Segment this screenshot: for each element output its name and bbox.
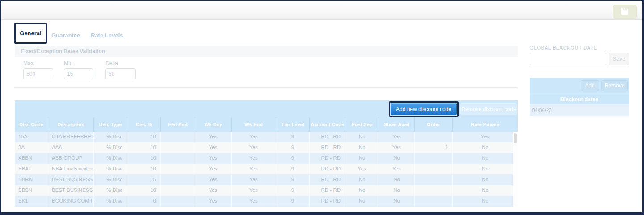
blackout-save-button[interactable]: Save — [609, 53, 629, 65]
table-row[interactable]: 3AAAA% Disc10YesYes9RD - RDNoYes1No — [15, 142, 518, 153]
column-header[interactable]: Disc % — [127, 117, 161, 132]
blackout-date-input[interactable] — [530, 53, 606, 65]
column-header[interactable]: Show Avail — [379, 117, 415, 132]
table-cell: No — [345, 185, 379, 196]
tab-general-label: General — [20, 30, 41, 37]
table-cell — [415, 153, 453, 164]
table-cell: No — [379, 174, 415, 185]
table-row[interactable]: BBRNBEST BUSINESS R...% Disc15YesYes9RD … — [15, 174, 518, 185]
table-cell: Yes — [453, 132, 518, 142]
validation-panel: Fixed/Exception Rates Validation Max Min… — [15, 46, 518, 88]
min-field: Min — [64, 60, 93, 79]
tab-general[interactable]: General — [14, 23, 47, 44]
max-label: Max — [23, 60, 53, 66]
column-header[interactable]: Order — [415, 117, 453, 132]
min-input[interactable] — [64, 68, 93, 79]
table-cell: NBA Finals visitors — [48, 164, 94, 174]
add-button-highlight: Add new discount code — [389, 101, 459, 117]
table-cell: % Disc — [94, 196, 127, 207]
table-cell: 9 — [276, 153, 310, 164]
column-header[interactable]: Rate Private — [453, 117, 518, 132]
table-cell: 10 — [127, 164, 161, 174]
table-cell — [415, 196, 453, 207]
table-cell: RD - RD — [310, 174, 345, 185]
table-cell — [161, 196, 195, 207]
table-cell: Yes — [232, 132, 276, 142]
table-cell: Yes — [379, 142, 415, 153]
table-cell: RD - RD — [310, 196, 345, 207]
table-cell: 10 — [127, 142, 161, 153]
column-header[interactable]: Disc Code — [15, 117, 48, 132]
table-cell — [415, 132, 453, 142]
table-row[interactable]: ABBNABB GROUP% Disc10YesYes9RD - RDNoNoN… — [15, 153, 518, 164]
table-cell: BOOKING COM RA... — [48, 196, 94, 207]
table-cell: Yes — [195, 174, 232, 185]
table-cell: No — [345, 142, 379, 153]
column-header[interactable]: Flat Amt — [161, 117, 195, 132]
table-cell: 0 — [127, 196, 161, 207]
table-cell: % Disc — [94, 185, 127, 196]
blackout-remove-button[interactable]: Remove — [601, 80, 628, 91]
table-cell: RD - RD — [310, 185, 345, 196]
table-cell: No — [453, 196, 518, 207]
discount-toolbar: Add new discount code Remove discount co… — [15, 100, 518, 118]
table-cell — [415, 174, 453, 185]
table-cell: OTA PREFERRED P... — [48, 132, 94, 142]
max-field: Max — [23, 60, 53, 79]
blackout-add-button[interactable]: Add — [581, 80, 599, 91]
table-row[interactable]: BBALNBA Finals visitors% Disc10YesYes9RD… — [15, 164, 518, 174]
column-header[interactable]: Account Code — [310, 117, 345, 132]
scrollbar-thumb[interactable] — [514, 133, 517, 143]
column-header[interactable]: Wk Day — [195, 117, 232, 132]
table-cell: No — [345, 132, 379, 142]
table-cell: Yes — [232, 142, 276, 153]
save-button[interactable] — [613, 5, 637, 19]
min-label: Min — [64, 60, 93, 66]
table-row[interactable]: 15AOTA PREFERRED P...% Disc10YesYes9RD -… — [15, 132, 518, 142]
table-row[interactable]: BK1BOOKING COM RA...% Disc0YesYes9RD - R… — [15, 196, 518, 207]
column-header[interactable]: Post Sep — [345, 117, 379, 132]
table-cell: 10 — [127, 132, 161, 142]
table-cell — [161, 132, 195, 142]
table-row[interactable]: BBSNBEST BUSINESS S...% Disc10YesYes9RD … — [15, 185, 518, 196]
table-cell: Yes — [195, 142, 232, 153]
table-cell: No — [453, 174, 518, 185]
table-cell: Yes — [232, 164, 276, 174]
table-cell: ABB GROUP — [48, 153, 94, 164]
table-cell: No — [453, 142, 518, 153]
max-input[interactable] — [23, 68, 53, 79]
table-cell: 9 — [276, 142, 310, 153]
table-cell: BBSN — [15, 185, 48, 196]
table-cell: RD - RD — [310, 142, 345, 153]
table-cell: 1 — [415, 142, 453, 153]
column-header[interactable]: Description — [48, 117, 94, 132]
blackout-date-row[interactable]: 04/06/23 — [530, 104, 629, 116]
tab-rate-levels[interactable]: Rate Levels — [91, 32, 123, 39]
table-cell: % Disc — [94, 132, 127, 142]
remove-discount-code-button[interactable]: Remove discount code — [460, 103, 517, 115]
table-cell — [415, 164, 453, 174]
table-cell: RD - RD — [310, 132, 345, 142]
header-bar — [1, 1, 642, 20]
table-cell: Yes — [195, 185, 232, 196]
table-scrollbar[interactable] — [513, 132, 518, 207]
table-cell: BBAL — [15, 164, 48, 174]
discount-table-head-row: Disc CodeDescriptionDisc TypeDisc %Flat … — [15, 117, 518, 132]
column-header[interactable]: Wk End — [232, 117, 276, 132]
add-discount-code-button[interactable]: Add new discount code — [391, 103, 457, 115]
table-cell: Yes — [195, 164, 232, 174]
table-cell: No — [379, 196, 415, 207]
column-header[interactable]: Tier Level — [276, 117, 310, 132]
table-cell: Yes — [232, 196, 276, 207]
delta-input[interactable] — [105, 68, 136, 79]
column-header[interactable]: Disc Type — [94, 117, 127, 132]
validation-panel-body: Max Min Delta — [15, 57, 518, 88]
table-cell: No — [453, 153, 518, 164]
table-cell: Yes — [232, 153, 276, 164]
table-cell: No — [453, 185, 518, 196]
table-cell: Yes — [195, 153, 232, 164]
blackout-dates-header: Blackout dates — [530, 94, 629, 104]
tab-guarantee[interactable]: Guarantee — [51, 32, 80, 39]
table-cell: % Disc — [94, 174, 127, 185]
table-cell — [161, 142, 195, 153]
